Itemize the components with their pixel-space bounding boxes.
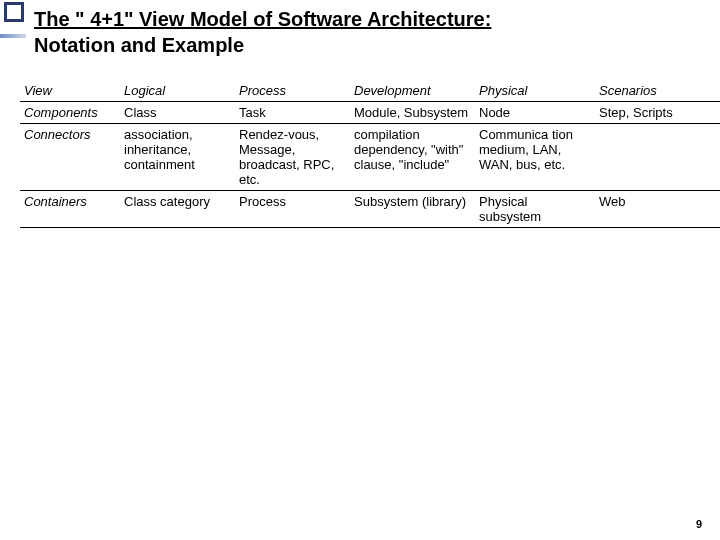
table-header-row: View Logical Process Development Physica… [20,80,720,102]
table-row: Connectors association, inheritance, con… [20,124,720,191]
decorative-gradient-bar [0,34,26,38]
notation-table-wrap: View Logical Process Development Physica… [20,80,720,228]
page-number: 9 [696,518,702,530]
table-row: Containers Class category Process Subsys… [20,191,720,228]
cell: Task [235,102,350,124]
slide-title: The " 4+1" View Model of Software Archit… [34,6,690,58]
col-header: Development [350,80,475,102]
title-line-2: Notation and Example [34,32,690,58]
cell: Rendez-vous, Message, broadcast, RPC, et… [235,124,350,191]
col-header: Scenarios [595,80,720,102]
col-header: Process [235,80,350,102]
decorative-square-icon [4,2,24,22]
cell: Physical subsystem [475,191,595,228]
table-row: Components Class Task Module, Subsystem … [20,102,720,124]
col-header: Logical [120,80,235,102]
row-label: Connectors [20,124,120,191]
title-line-1: The " 4+1" View Model of Software Archit… [34,6,690,32]
cell: Web [595,191,720,228]
cell: Subsystem (library) [350,191,475,228]
col-header: View [20,80,120,102]
row-label: Containers [20,191,120,228]
row-label: Components [20,102,120,124]
cell [595,124,720,191]
cell: Class category [120,191,235,228]
cell: Communica tion medium, LAN, WAN, bus, et… [475,124,595,191]
cell: Class [120,102,235,124]
notation-table: View Logical Process Development Physica… [20,80,720,228]
cell: Node [475,102,595,124]
col-header: Physical [475,80,595,102]
cell: Process [235,191,350,228]
cell: association, inheritance, containment [120,124,235,191]
cell: Module, Subsystem [350,102,475,124]
cell: Step, Scripts [595,102,720,124]
cell: compilation dependency, "with" clause, "… [350,124,475,191]
